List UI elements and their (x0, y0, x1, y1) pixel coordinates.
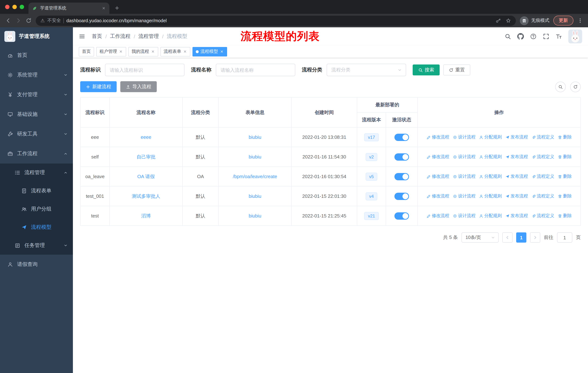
tag-process-model[interactable]: 流程模型 (192, 47, 227, 56)
design-process-link[interactable]: 设计流程 (452, 193, 475, 199)
process-definition-link[interactable]: 流程定义 (531, 134, 554, 140)
user-avatar[interactable] (568, 30, 582, 43)
toggle-search-button[interactable] (555, 81, 566, 92)
goto-page-input[interactable] (557, 232, 572, 242)
import-process-button[interactable]: 导入流程 (120, 81, 157, 92)
sidebar-item-process-model[interactable]: 流程模型 (0, 218, 73, 236)
edit-process-link[interactable]: 修改流程 (426, 193, 449, 199)
edit-process-link[interactable]: 修改流程 (426, 173, 449, 180)
close-tag-icon[interactable] (220, 50, 224, 53)
tag-tenant-management[interactable]: 租户管理 (96, 47, 126, 56)
page-size-select[interactable]: 10条/页 (462, 232, 499, 242)
edit-process-link[interactable]: 修改流程 (426, 154, 449, 160)
delete-link[interactable]: 删除 (557, 173, 572, 180)
breadcrumb-item-process-management[interactable]: 流程管理 (138, 33, 159, 40)
close-tag-icon[interactable] (119, 50, 123, 53)
assign-rule-link[interactable]: 分配规则 (479, 134, 502, 140)
publish-process-link[interactable]: 发布流程 (505, 213, 528, 219)
fullscreen-icon[interactable] (543, 33, 549, 40)
update-chrome-button[interactable]: 更新 (553, 16, 573, 26)
form-link[interactable]: biubiu (249, 193, 261, 199)
design-process-link[interactable]: 设计流程 (452, 154, 475, 160)
close-tag-icon[interactable] (183, 50, 187, 53)
publish-process-link[interactable]: 发布流程 (505, 193, 528, 199)
sidebar-item-home[interactable]: 首页 (0, 46, 73, 65)
publish-process-link[interactable]: 发布流程 (505, 173, 528, 180)
sidebar-item-system[interactable]: 系统管理 (0, 65, 73, 85)
sidebar-item-process-management[interactable]: 流程管理 (0, 163, 73, 182)
back-icon[interactable] (5, 18, 11, 24)
close-window-button[interactable] (5, 5, 10, 9)
form-link[interactable]: biubiu (249, 154, 261, 160)
process-definition-link[interactable]: 流程定义 (531, 193, 554, 199)
reset-button[interactable]: 重置 (443, 64, 470, 75)
process-name-link[interactable]: 测试多审批人 (132, 193, 160, 199)
create-process-button[interactable]: 新建流程 (80, 81, 117, 92)
form-link[interactable]: biubiu (249, 213, 261, 219)
delete-link[interactable]: 删除 (557, 193, 572, 199)
assign-rule-link[interactable]: 分配规则 (479, 154, 502, 160)
sidebar-item-task-management[interactable]: 任务管理 (0, 236, 73, 255)
process-definition-link[interactable]: 流程定义 (531, 213, 554, 219)
process-name-link[interactable]: 自己审批 (136, 154, 156, 159)
filter-category-select[interactable]: 流程分类 (327, 64, 406, 76)
active-toggle[interactable] (394, 212, 409, 220)
password-key-icon[interactable] (495, 18, 501, 23)
sidebar-item-leave-query[interactable]: 请假查询 (0, 255, 73, 274)
sidebar-item-user-group[interactable]: 用户分组 (0, 200, 73, 218)
design-process-link[interactable]: 设计流程 (452, 213, 475, 219)
url-field[interactable]: ⚠ 不安全 dashboard.yudao.iocoder.cn/bpm/man… (36, 15, 516, 26)
reload-icon[interactable] (26, 18, 32, 24)
filter-name-input[interactable] (216, 64, 295, 76)
active-toggle[interactable] (394, 192, 409, 200)
close-tab-icon[interactable] (102, 6, 106, 10)
design-process-link[interactable]: 设计流程 (452, 134, 475, 140)
edit-process-link[interactable]: 修改流程 (426, 213, 449, 219)
process-definition-link[interactable]: 流程定义 (531, 173, 554, 180)
filter-key-input[interactable] (105, 64, 184, 76)
search-button[interactable]: 搜索 (413, 64, 440, 75)
browser-menu-icon[interactable] (578, 18, 583, 23)
github-icon[interactable] (517, 33, 524, 40)
next-page-button[interactable] (530, 232, 540, 242)
sidebar-item-infrastructure[interactable]: 基础设施 (0, 105, 73, 124)
close-tag-icon[interactable] (151, 50, 155, 53)
delete-link[interactable]: 删除 (557, 213, 572, 219)
active-toggle[interactable] (394, 153, 409, 161)
zoom-window-button[interactable] (20, 5, 24, 9)
sidebar-item-devtools[interactable]: 研发工具 (0, 124, 73, 144)
form-link[interactable]: /bpm/oa/leave/create (233, 174, 277, 179)
tag-home[interactable]: 首页 (79, 47, 94, 56)
page-1-button[interactable]: 1 (516, 232, 526, 242)
tag-my-process[interactable]: 我的流程 (128, 47, 158, 56)
search-icon[interactable] (504, 33, 511, 40)
edit-process-link[interactable]: 修改流程 (426, 134, 449, 140)
delete-link[interactable]: 删除 (557, 154, 572, 160)
form-link[interactable]: biubiu (249, 134, 261, 140)
process-name-link[interactable]: eeee (141, 134, 151, 140)
publish-process-link[interactable]: 发布流程 (505, 134, 528, 140)
collapse-sidebar-icon[interactable] (79, 33, 85, 40)
new-tab-icon[interactable] (115, 5, 120, 10)
design-process-link[interactable]: 设计流程 (452, 173, 475, 180)
sidebar-item-workflow[interactable]: 工作流程 (0, 144, 73, 163)
active-toggle[interactable] (394, 173, 409, 180)
process-name-link[interactable]: OA 请假 (137, 173, 155, 179)
help-icon[interactable] (530, 33, 537, 40)
delete-link[interactable]: 删除 (557, 134, 572, 140)
font-size-icon[interactable] (556, 33, 562, 40)
assign-rule-link[interactable]: 分配规则 (479, 193, 502, 199)
publish-process-link[interactable]: 发布流程 (505, 154, 528, 160)
breadcrumb-item-home[interactable]: 首页 (92, 33, 102, 40)
assign-rule-link[interactable]: 分配规则 (479, 173, 502, 180)
bookmark-star-icon[interactable] (506, 18, 511, 23)
refresh-table-button[interactable] (570, 81, 581, 92)
minimize-window-button[interactable] (12, 5, 17, 9)
tag-process-form[interactable]: 流程表单 (160, 47, 190, 56)
sidebar-item-process-form[interactable]: 流程表单 (0, 182, 73, 200)
breadcrumb-item-workflow[interactable]: 工作流程 (110, 33, 130, 40)
forward-icon[interactable] (15, 18, 21, 24)
process-name-link[interactable]: 滔博 (141, 213, 151, 218)
assign-rule-link[interactable]: 分配规则 (479, 213, 502, 219)
sidebar-item-payment[interactable]: 支付管理 (0, 85, 73, 105)
